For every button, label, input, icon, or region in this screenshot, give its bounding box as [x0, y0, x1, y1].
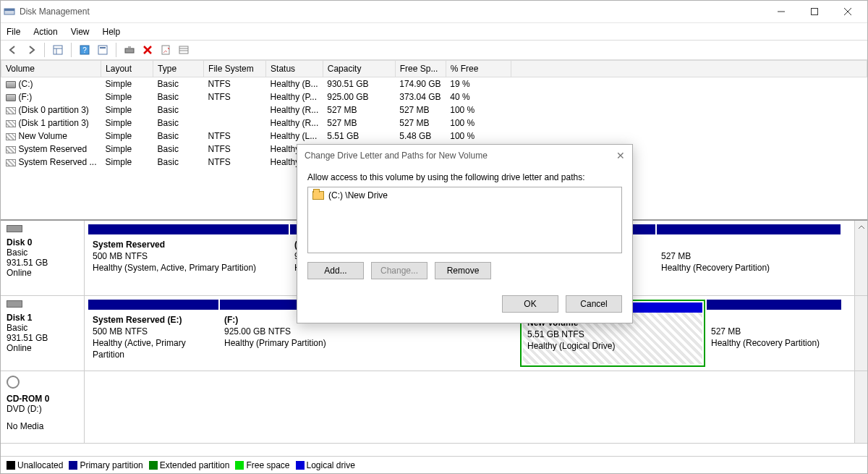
- window-title: Disk Management: [20, 7, 765, 17]
- menu-file[interactable]: File: [7, 27, 20, 37]
- dialog-title-text: Change Drive Letter and Paths for New Vo…: [305, 151, 488, 161]
- svg-rect-13: [125, 48, 134, 53]
- legend-free-swatch: [235, 461, 244, 470]
- dialog-titlebar: Change Drive Letter and Paths for New Vo…: [297, 145, 632, 166]
- maximize-button[interactable]: [798, 1, 831, 22]
- disk-1-label[interactable]: Disk 1 Basic 931.51 GB Online: [1, 296, 85, 371]
- disk1-recovery[interactable]: 527 MB Healthy (Recovery Partition): [707, 300, 841, 367]
- change-drive-letter-dialog: Change Drive Letter and Paths for New Vo…: [297, 144, 633, 323]
- svg-rect-15: [179, 46, 188, 54]
- legend-primary-swatch: [69, 461, 77, 470]
- legend-unallocated-swatch: [7, 461, 15, 470]
- refresh-button[interactable]: [122, 42, 137, 58]
- volume-row[interactable]: (Disk 1 partition 3)SimpleBasicHealthy (…: [1, 117, 867, 130]
- disk1-system-reserved[interactable]: System Reserved (E:) 500 MB NTFS Healthy…: [88, 300, 218, 367]
- disk-0-name: Disk 0: [7, 237, 78, 247]
- minimize-button[interactable]: [765, 1, 798, 22]
- col-type[interactable]: Type: [153, 61, 204, 77]
- cancel-button[interactable]: Cancel: [566, 295, 622, 313]
- disk-row-cd: CD-ROM 0 DVD (D:) No Media: [1, 371, 867, 444]
- disk-icon: [7, 300, 22, 308]
- drive-path-entry[interactable]: (C:) \New Drive: [312, 190, 617, 200]
- svg-rect-3: [812, 9, 818, 15]
- drive-paths-listbox[interactable]: (C:) \New Drive: [307, 187, 622, 253]
- legend-logical-swatch: [296, 461, 305, 470]
- col-filesystem[interactable]: File System: [204, 61, 266, 77]
- properties-button[interactable]: [158, 42, 174, 58]
- add-button[interactable]: Add...: [307, 262, 364, 279]
- cd-label[interactable]: CD-ROM 0 DVD (D:) No Media: [1, 371, 85, 443]
- volume-row[interactable]: (Disk 0 partition 3)SimpleBasicHealthy (…: [1, 103, 867, 117]
- scroll-up-button[interactable]: [854, 221, 867, 295]
- change-button[interactable]: Change...: [371, 262, 427, 279]
- list-button[interactable]: [176, 42, 192, 58]
- folder-icon: [312, 191, 324, 200]
- volume-icon: [6, 107, 16, 114]
- col-status[interactable]: Status: [266, 61, 323, 77]
- action-button[interactable]: [95, 42, 111, 58]
- close-button[interactable]: [831, 1, 864, 22]
- disk-icon: [7, 225, 22, 232]
- help-button[interactable]: ?: [77, 42, 93, 58]
- volume-icon: [6, 133, 16, 140]
- col-layout[interactable]: Layout: [101, 61, 153, 77]
- disk-management-window: Disk Management File Action View Help ?: [0, 0, 868, 474]
- svg-rect-1: [4, 9, 14, 11]
- cd-icon: [7, 376, 20, 389]
- disk0-system-reserved[interactable]: System Reserved 500 MB NTFS Healthy (Sys…: [88, 224, 289, 292]
- legend: Unallocated Primary partition Extended p…: [1, 456, 867, 473]
- disk-1-name: Disk 1: [7, 313, 78, 323]
- volume-row[interactable]: (F:)SimpleBasicNTFSHealthy (P...925.00 G…: [1, 90, 867, 103]
- legend-extended-swatch: [149, 461, 158, 470]
- forward-button[interactable]: [23, 42, 39, 58]
- menu-help[interactable]: Help: [103, 27, 121, 37]
- ok-button[interactable]: OK: [502, 295, 558, 313]
- volume-row[interactable]: New VolumeSimpleBasicNTFSHealthy (L...5.…: [1, 130, 867, 143]
- volume-icon: [6, 159, 16, 166]
- svg-rect-6: [54, 46, 62, 54]
- volume-icon: [6, 146, 16, 153]
- volume-icon: [6, 120, 16, 127]
- volume-row[interactable]: (C:)SimpleBasicNTFSHealthy (B...930.51 G…: [1, 77, 867, 91]
- app-icon: [4, 6, 15, 17]
- volume-icon: [6, 81, 16, 88]
- menu-view[interactable]: View: [71, 27, 90, 37]
- cd-name: CD-ROM 0: [7, 394, 78, 404]
- col-volume[interactable]: Volume: [1, 61, 101, 77]
- col-freespace[interactable]: Free Sp...: [395, 61, 446, 77]
- volume-icon: [6, 94, 16, 101]
- dialog-instructions: Allow access to this volume by using the…: [307, 172, 622, 182]
- remove-button[interactable]: Remove: [435, 262, 491, 279]
- svg-text:?: ?: [82, 46, 87, 54]
- menu-bar: File Action View Help: [1, 22, 867, 40]
- col-capacity[interactable]: Capacity: [323, 61, 395, 77]
- toolbar: ?: [1, 40, 867, 60]
- col-pctfree[interactable]: % Free: [446, 61, 511, 77]
- svg-rect-14: [162, 46, 169, 54]
- disk0-recovery[interactable]: 527 MB Healthy (Recovery Partition): [657, 224, 841, 292]
- title-bar: Disk Management: [1, 1, 867, 22]
- back-button[interactable]: [5, 42, 21, 58]
- menu-action[interactable]: Action: [33, 27, 57, 37]
- column-headers: Volume Layout Type File System Status Ca…: [1, 61, 867, 77]
- disk-0-label[interactable]: Disk 0 Basic 931.51 GB Online: [1, 221, 85, 295]
- svg-rect-12: [100, 47, 106, 48]
- delete-button[interactable]: [140, 42, 156, 58]
- view-settings-button[interactable]: [50, 42, 66, 58]
- svg-rect-11: [98, 46, 107, 54]
- dialog-close-button[interactable]: ✕: [616, 150, 625, 161]
